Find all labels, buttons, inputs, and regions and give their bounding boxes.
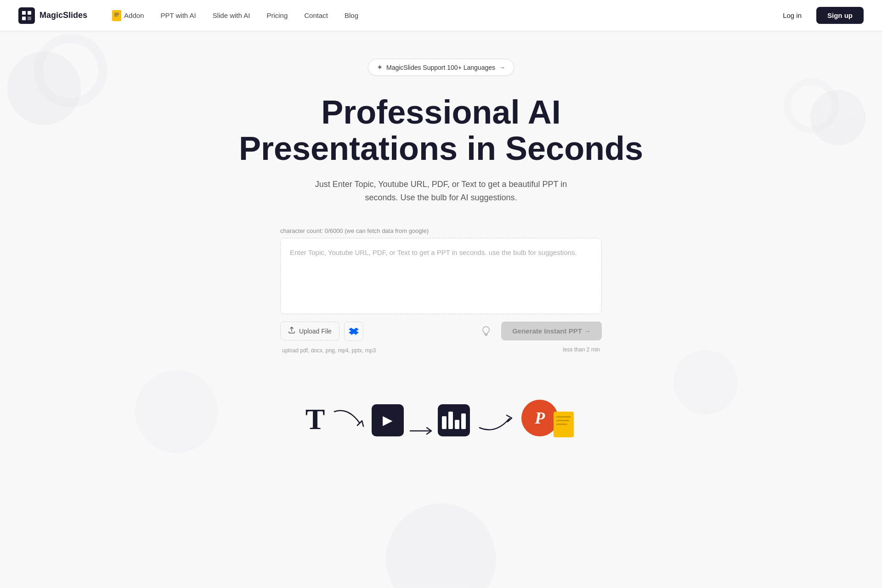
brand-name: MagicSlides xyxy=(40,11,87,20)
dropbox-button[interactable] xyxy=(344,322,363,341)
arrow-2 xyxy=(409,425,432,436)
yellow-doc-icon xyxy=(554,412,577,441)
hero-title-line2: Presentations in Seconds xyxy=(239,130,643,167)
svg-rect-1 xyxy=(28,11,31,15)
nav-link-ppt-label: PPT with AI xyxy=(160,11,196,19)
textarea-wrapper xyxy=(280,238,602,314)
nav-item-ppt-with-ai[interactable]: PPT with AI xyxy=(154,9,202,22)
nav-link-blog-label: Blog xyxy=(345,11,358,19)
play-icon-container: ▶ xyxy=(372,404,404,436)
left-actions: Upload File upload pdf, docx, png, mp4, … xyxy=(280,322,376,354)
char-count: character count: 0/6000 (we can fetch da… xyxy=(280,227,602,234)
logo[interactable]: MagicSlides xyxy=(18,7,87,24)
nav-left: MagicSlides Addon PPT with AI Slide wi xyxy=(18,7,365,24)
nav-item-addon[interactable]: Addon xyxy=(106,7,150,24)
navbar: MagicSlides Addon PPT with AI Slide wi xyxy=(0,0,882,31)
nav-item-slide-with-ai[interactable]: Slide with AI xyxy=(206,9,257,22)
upload-icon xyxy=(288,327,295,335)
play-triangle: ▶ xyxy=(383,413,393,428)
arrow-3 xyxy=(477,412,514,435)
action-bar: Upload File upload pdf, docx, png, mp4, … xyxy=(280,322,602,354)
main-content: ✦ MagicSlides Support 100+ Languages → P… xyxy=(0,0,882,441)
nav-item-blog[interactable]: Blog xyxy=(338,9,365,22)
upload-file-button[interactable]: Upload File xyxy=(280,322,339,340)
generate-time-label: less than 2 min xyxy=(563,346,602,353)
ppt-p-letter: P xyxy=(535,408,545,428)
hero-section: ✦ MagicSlides Support 100+ Languages → P… xyxy=(0,31,882,372)
language-badge[interactable]: ✦ MagicSlides Support 100+ Languages → xyxy=(368,59,514,76)
svg-rect-9 xyxy=(556,416,571,418)
translate-icon: ✦ xyxy=(377,63,383,72)
nav-link-slide-label: Slide with AI xyxy=(213,11,250,19)
svg-rect-0 xyxy=(22,11,26,15)
hero-title-line1: Professional AI xyxy=(321,94,560,130)
right-actions: Generate Instant PPT → less than 2 min xyxy=(476,322,602,353)
nav-item-contact[interactable]: Contact xyxy=(298,9,334,22)
svg-rect-5 xyxy=(114,13,119,14)
nav-item-pricing[interactable]: Pricing xyxy=(260,9,294,22)
bulb-button[interactable] xyxy=(476,322,496,341)
svg-rect-11 xyxy=(556,424,567,425)
svg-rect-2 xyxy=(22,17,26,20)
login-button[interactable]: Log in xyxy=(774,8,811,23)
svg-rect-3 xyxy=(28,17,31,20)
slides-icon-container xyxy=(438,404,470,436)
input-section: character count: 0/6000 (we can fetch da… xyxy=(280,227,602,354)
bar-3 xyxy=(455,420,459,429)
file-types-label: upload pdf, docx, png, mp4, pptx, mp3 xyxy=(280,347,376,354)
badge-arrow: → xyxy=(499,64,505,71)
svg-rect-7 xyxy=(114,16,118,17)
bar-2 xyxy=(448,412,453,429)
signup-button[interactable]: Sign up xyxy=(816,7,864,24)
slides-bars xyxy=(442,412,466,429)
generate-button: Generate Instant PPT → xyxy=(501,322,602,340)
powerpoint-circle: P xyxy=(521,400,558,436)
text-icon: T xyxy=(305,402,325,436)
hero-subtitle: Just Enter Topic, Youtube URL, PDF, or T… xyxy=(308,178,574,204)
topic-input[interactable] xyxy=(281,238,601,312)
file-buttons: Upload File xyxy=(280,322,363,341)
powerpoint-icon-container: P xyxy=(521,400,558,436)
nav-link-contact-label: Contact xyxy=(304,11,328,19)
bar-1 xyxy=(442,416,447,429)
upload-label: Upload File xyxy=(299,328,332,335)
play-icon: ▶ xyxy=(372,404,404,436)
svg-rect-10 xyxy=(556,420,569,421)
nav-link-addon-label: Addon xyxy=(124,11,144,19)
bar-4 xyxy=(461,413,466,429)
illustration-section: T ▶ xyxy=(0,372,882,441)
nav-links: Addon PPT with AI Slide with AI Pricing … xyxy=(106,7,365,24)
addon-file-icon xyxy=(112,10,121,21)
right-actions-row: Generate Instant PPT → xyxy=(476,322,602,341)
logo-icon xyxy=(18,7,35,24)
nav-right: Log in Sign up xyxy=(774,7,864,24)
badge-text: MagicSlides Support 100+ Languages xyxy=(386,64,495,71)
nav-link-pricing-label: Pricing xyxy=(266,11,288,19)
hero-title: Professional AI Presentations in Seconds xyxy=(239,94,643,167)
svg-rect-6 xyxy=(114,14,119,15)
slides-icon xyxy=(438,404,470,436)
arrow-1 xyxy=(332,407,364,430)
